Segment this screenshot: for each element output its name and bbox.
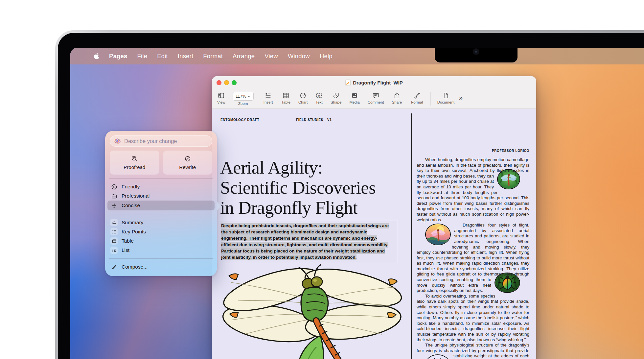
media-image-icon [351, 92, 358, 99]
dragonfly-art-figure[interactable] [425, 224, 451, 245]
share-button[interactable]: Share [392, 89, 402, 104]
compose-label: Compose... [122, 264, 148, 270]
table-label: Table [122, 238, 134, 244]
popup-divider-2 [109, 214, 213, 214]
comment-bubble-icon [372, 92, 380, 99]
dragonfly-illustration[interactable] [216, 259, 408, 359]
pie-chart-icon [299, 92, 307, 99]
share-icon [393, 92, 401, 99]
selected-paragraph-text: Despite being prehistoric insects, drago… [221, 223, 389, 260]
kicker-center: FIELD STUDIES [296, 118, 323, 122]
toolbar-overflow-button[interactable]: » [459, 89, 463, 102]
describe-change-field[interactable] [110, 135, 212, 147]
paragraph-4-text-a: The unique physiological structure of th… [417, 343, 529, 353]
chevron-down-icon [247, 95, 250, 97]
menu-item-insert[interactable]: Insert [178, 53, 193, 60]
menu-item-friendly[interactable]: Friendly [107, 182, 215, 191]
menu-item-compose[interactable]: Compose... [107, 262, 215, 272]
document-canvas: ENTOMOLOGY DRAFT FIELD STUDIES V1 Aerial… [212, 109, 536, 359]
column-rule [411, 113, 412, 359]
kicker-left: ENTOMOLOGY DRAFT [220, 118, 259, 122]
menu-item-arrange[interactable]: Arrange [233, 53, 255, 60]
summary-label: Summary [122, 220, 143, 226]
paragraph-4: The unique physiological structure of th… [417, 343, 529, 359]
proofread-button[interactable]: Proofread [110, 151, 159, 175]
comment-button[interactable]: Comment [368, 89, 384, 104]
key-points-label: Key Points [122, 229, 146, 235]
key-points-icon [110, 228, 118, 235]
writing-tools-popup: Proofread Rewrite Friendly Professional [105, 131, 217, 276]
zoom-value: 117% [236, 94, 246, 99]
popup-divider-1 [109, 178, 213, 179]
svg-text:A: A [318, 94, 320, 97]
rewrite-label: Rewrite [179, 164, 196, 170]
menu-item-format[interactable]: Format [203, 53, 223, 60]
menu-item-edit[interactable]: Edit [157, 53, 168, 60]
menu-item-key-points[interactable]: Key Points [107, 227, 215, 236]
document-button[interactable]: Document [437, 89, 454, 104]
format-brush-icon [413, 92, 421, 99]
pages-window: Dragonfly Flight_WIP View 117% Zoom [212, 76, 536, 359]
rewrite-button[interactable]: Rewrite [163, 151, 213, 175]
zoom-control[interactable]: 117% Zoom [233, 89, 254, 106]
text-box-icon: A [315, 92, 323, 99]
byline: PROFESSOR LORICO [417, 149, 529, 153]
table-button[interactable]: Table [281, 89, 290, 104]
popup-arrow [217, 201, 221, 211]
media-button[interactable]: Media [349, 89, 359, 104]
describe-change-input[interactable] [124, 138, 208, 145]
view-button[interactable]: View [217, 89, 225, 104]
text-button[interactable]: A Text [315, 89, 323, 104]
list-icon [110, 247, 118, 254]
butterfly-figure[interactable] [425, 354, 450, 359]
toolbar-divider [430, 92, 431, 106]
chart-button[interactable]: Chart [298, 89, 308, 104]
menu-item-table[interactable]: Table [107, 236, 215, 246]
popup-divider-3 [109, 258, 213, 259]
kicker-version: V1 [327, 118, 332, 122]
menu-item-view[interactable]: View [264, 53, 278, 60]
apple-intelligence-icon [114, 138, 121, 145]
document-headline: Aerial Agility: Scientific Discoveries i… [220, 157, 411, 218]
window-titlebar[interactable]: Dragonfly Flight_WIP [212, 76, 536, 89]
camera-icon [473, 48, 479, 55]
concise-label: Concise [122, 203, 140, 208]
pages-document-icon [345, 80, 351, 86]
window-title: Dragonfly Flight_WIP [353, 80, 403, 85]
selected-paragraph[interactable]: Despite being prehistoric insects, drago… [218, 220, 397, 263]
body-column: PROFESSOR LORICO When hunting, dragonfli… [417, 149, 529, 359]
table-grid-icon [110, 237, 118, 245]
summary-icon [110, 219, 118, 226]
menu-item-summary[interactable]: Summary [107, 218, 215, 227]
macbook-screen: Pages File Edit Insert Format Arrange Vi… [70, 48, 644, 359]
table-icon [282, 92, 289, 99]
menu-bar: Pages File Edit Insert Format Arrange Vi… [70, 48, 644, 64]
window-toolbar: View 117% Zoom Insert Table [212, 89, 536, 109]
apple-menu[interactable] [93, 53, 99, 60]
rewrite-icon [184, 155, 191, 162]
professional-label: Professional [122, 193, 150, 199]
menu-item-file[interactable]: File [137, 53, 148, 60]
screenshot-root: { "menu_bar": { "items": ["Pages","File"… [0, 0, 644, 359]
compose-pencil-icon [110, 264, 118, 270]
shape-button[interactable]: Shape [331, 89, 341, 104]
paragraph-3: To avoid overheating, some species also … [417, 294, 529, 343]
menu-item-window[interactable]: Window [288, 53, 310, 60]
paragraph-2: Dragonflies’ four styles of flight, augm… [417, 223, 529, 294]
list-label: List [122, 247, 129, 253]
document-page-icon [442, 92, 449, 99]
menu-item-list[interactable]: List [107, 246, 215, 255]
insert-icon [264, 92, 272, 99]
menu-item-professional[interactable]: Professional [107, 191, 215, 201]
friendly-label: Friendly [122, 184, 140, 190]
sidebar-view-icon [218, 92, 225, 99]
concise-compress-icon [110, 203, 118, 209]
insert-button[interactable]: Insert [264, 89, 273, 104]
proofread-label: Proofread [124, 164, 145, 170]
menu-item-concise[interactable]: Concise [107, 201, 215, 210]
paragraph-1: When hunting, dragonflies employ motion … [417, 157, 529, 223]
menu-item-pages[interactable]: Pages [109, 53, 127, 60]
menu-item-help[interactable]: Help [320, 53, 333, 60]
format-button[interactable]: Format [411, 89, 423, 104]
display-notch [435, 48, 518, 62]
